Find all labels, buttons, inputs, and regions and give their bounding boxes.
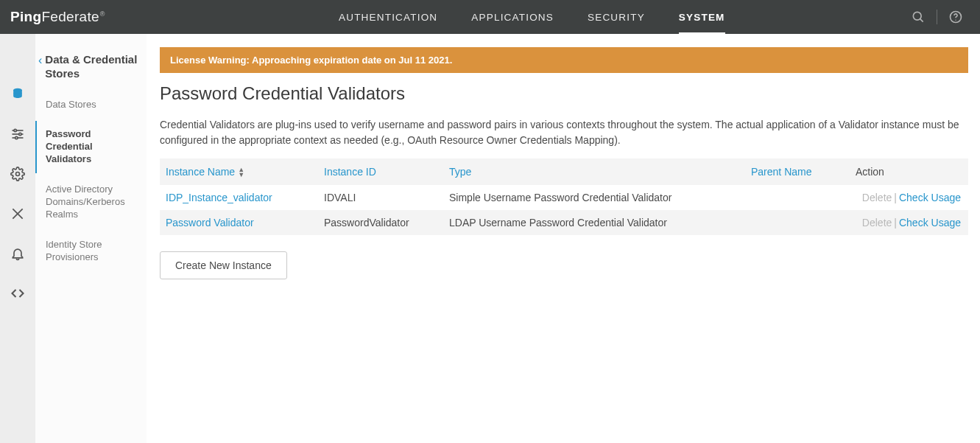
page-description: Credential Validators are plug-ins used …: [147, 104, 980, 148]
logo-trademark: ®: [100, 10, 105, 18]
svg-point-3: [955, 20, 956, 21]
logo[interactable]: PingFederate®: [0, 9, 147, 25]
col-parent-name[interactable]: Parent Name: [745, 158, 850, 185]
instance-type-cell: LDAP Username Password Credential Valida…: [443, 210, 745, 235]
check-usage-link[interactable]: Check Usage: [899, 192, 961, 203]
license-warning: License Warning: Approaching expiration …: [160, 47, 968, 73]
instance-type-cell: Simple Username Password Credential Vali…: [443, 185, 745, 210]
topbar-actions: [909, 7, 980, 27]
svg-point-8: [14, 129, 16, 131]
database-icon[interactable]: [9, 86, 27, 103]
svg-point-11: [16, 172, 20, 176]
sidebar: ‹ Data & Credential Stores Data Stores P…: [35, 34, 147, 443]
col-instance-id[interactable]: Instance ID: [318, 158, 443, 185]
col-action: Action: [850, 158, 968, 185]
sort-icon: ▲▼: [238, 167, 244, 178]
topnav-security[interactable]: SECURITY: [588, 0, 645, 34]
instance-id-cell: PasswordValidator: [318, 210, 443, 235]
search-icon[interactable]: [909, 7, 928, 27]
help-icon[interactable]: [946, 7, 965, 27]
divider: [937, 10, 937, 24]
logo-federate: Federate: [41, 9, 99, 25]
content-area: License Warning: Approaching expiration …: [147, 34, 980, 443]
sliders-icon[interactable]: [9, 125, 27, 143]
validators-table: Instance Name▲▼ Instance ID Type Parent …: [160, 158, 968, 235]
top-bar: PingFederate® AUTHENTICATION APPLICATION…: [0, 0, 980, 34]
parent-name-cell: [745, 210, 850, 235]
svg-point-0: [913, 12, 921, 20]
svg-point-10: [15, 136, 18, 139]
topnav-system[interactable]: SYSTEM: [679, 0, 725, 34]
logo-ping: Ping: [10, 9, 41, 25]
sidebar-item-identity-store-provisioners[interactable]: Identity Store Provisioners: [35, 231, 147, 271]
col-instance-name[interactable]: Instance Name▲▼: [160, 158, 318, 185]
tools-icon[interactable]: [9, 205, 27, 223]
check-usage-link[interactable]: Check Usage: [899, 217, 961, 229]
instance-name-link[interactable]: Password Validator: [166, 217, 254, 229]
topnav-applications[interactable]: APPLICATIONS: [471, 0, 554, 34]
delete-action-disabled: Delete: [862, 217, 892, 229]
code-icon[interactable]: [9, 285, 27, 302]
parent-name-cell: [745, 185, 850, 210]
create-new-instance-button[interactable]: Create New Instance: [160, 251, 287, 279]
topnav-authentication[interactable]: AUTHENTICATION: [339, 0, 437, 34]
page-title: Password Credential Validators: [147, 73, 980, 104]
gear-icon[interactable]: [9, 165, 27, 183]
col-type[interactable]: Type: [443, 158, 745, 185]
sidebar-item-data-stores[interactable]: Data Stores: [35, 91, 147, 119]
back-chevron-icon[interactable]: ‹: [38, 53, 42, 66]
table-row: IDP_Instance_validator IDVALI Simple Use…: [160, 185, 968, 210]
svg-point-9: [19, 133, 21, 135]
table-row: Password Validator PasswordValidator LDA…: [160, 210, 968, 235]
instance-name-link[interactable]: IDP_Instance_validator: [166, 192, 272, 203]
sidebar-title: Data & Credential Stores: [45, 53, 139, 81]
svg-line-1: [920, 19, 923, 22]
icon-rail: [0, 34, 35, 443]
delete-action-disabled: Delete: [862, 192, 892, 203]
sidebar-item-password-credential-validators[interactable]: Password Credential Validators: [35, 121, 147, 173]
bell-icon[interactable]: [9, 245, 27, 262]
sidebar-item-ad-kerberos[interactable]: Active Directory Domains/Kerberos Realms: [35, 176, 147, 229]
top-nav: AUTHENTICATION APPLICATIONS SECURITY SYS…: [339, 0, 725, 34]
instance-id-cell: IDVALI: [318, 185, 443, 210]
